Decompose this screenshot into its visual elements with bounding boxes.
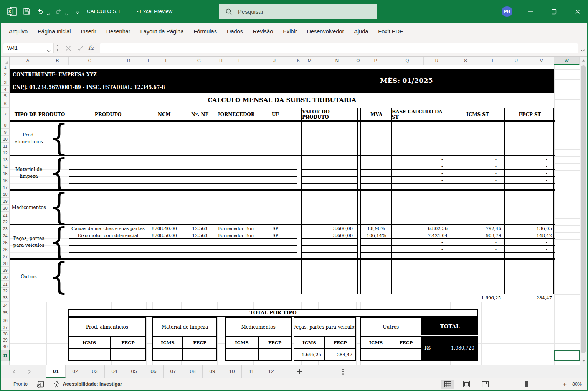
sheet-tab-01[interactable]: 01 [46, 365, 66, 378]
row-header-37[interactable]: 37 [1, 324, 10, 331]
cell[interactable]: - [505, 239, 555, 246]
cell[interactable]: - [451, 246, 505, 253]
cell[interactable] [302, 177, 357, 184]
cell[interactable]: 12.563 [182, 232, 218, 239]
row-header-10[interactable]: 10 [1, 136, 10, 143]
cell[interactable]: - [505, 287, 555, 294]
row-header-11[interactable]: 11 [1, 143, 10, 150]
cell[interactable] [361, 197, 392, 204]
totals-value-icms[interactable]: - [69, 349, 111, 360]
row-header-3[interactable]: 3 [1, 79, 10, 86]
column-header-A[interactable]: A [10, 57, 46, 65]
cell[interactable] [147, 246, 182, 253]
cell[interactable] [147, 204, 182, 211]
sheet-tab-05[interactable]: 05 [124, 365, 144, 378]
add-sheet-icon[interactable] [292, 365, 307, 378]
cell[interactable] [254, 204, 297, 211]
cell[interactable]: - [505, 266, 555, 273]
column-header-O[interactable]: O [356, 57, 360, 65]
cell[interactable] [147, 280, 182, 287]
row-header-8[interactable]: 8 [1, 122, 10, 129]
column-header-T[interactable]: T [481, 57, 504, 65]
ribbon-tab-layout-da-p-gina[interactable]: Layout da Página [135, 23, 189, 40]
cell[interactable] [218, 204, 254, 211]
cell[interactable] [182, 163, 218, 170]
row-header-5[interactable]: 5 [1, 93, 10, 99]
cell[interactable] [147, 218, 182, 225]
cell[interactable]: - [392, 266, 451, 273]
row-header-36[interactable]: 36 [1, 317, 10, 324]
cell[interactable]: Eixo motor com diferencial [69, 232, 147, 239]
sheet-tab-10[interactable]: 10 [222, 365, 242, 378]
cell[interactable]: - [505, 163, 555, 170]
cell[interactable]: - [505, 170, 555, 177]
row-header-1[interactable]: 1 [1, 65, 10, 69]
row-header-4[interactable]: 4 [1, 86, 10, 93]
row-header-23[interactable]: 23 [1, 225, 10, 232]
cell[interactable]: - [505, 177, 555, 184]
normal-view-icon[interactable] [441, 380, 454, 389]
cell[interactable] [361, 142, 392, 149]
cell[interactable] [361, 204, 392, 211]
cell[interactable]: - [451, 253, 505, 260]
row-header-34[interactable]: 34 [1, 302, 10, 309]
sheet-tab-06[interactable]: 06 [144, 365, 164, 378]
column-header-M[interactable]: M [301, 57, 318, 65]
cell[interactable]: - [451, 266, 505, 273]
cell[interactable]: - [392, 122, 451, 128]
cell[interactable] [254, 246, 297, 253]
cell[interactable] [254, 128, 297, 135]
cell[interactable] [254, 122, 297, 128]
cell[interactable] [69, 280, 147, 287]
cell[interactable]: - [505, 197, 555, 204]
cell[interactable] [69, 253, 147, 260]
cell[interactable] [218, 266, 254, 273]
sheet-tab-02[interactable]: 02 [66, 365, 85, 378]
cell[interactable] [69, 191, 147, 197]
cell[interactable] [302, 280, 357, 287]
totals-value-icms[interactable]: 1.696,25 [294, 349, 325, 360]
cell[interactable] [254, 184, 297, 191]
cell[interactable] [254, 280, 297, 287]
row-header-9[interactable]: 9 [1, 129, 10, 136]
cell[interactable] [147, 266, 182, 273]
totals-value-fecp[interactable]: - [183, 349, 216, 360]
cell[interactable]: - [451, 177, 505, 184]
cell[interactable]: 3.600,00 [302, 225, 357, 232]
save-icon[interactable] [23, 8, 30, 16]
cell[interactable] [69, 156, 147, 163]
row-header-13[interactable]: 13 [1, 156, 10, 163]
cell[interactable] [182, 287, 218, 294]
cell[interactable] [182, 156, 218, 163]
cell[interactable] [302, 204, 357, 211]
search-box[interactable]: Pesquisar [219, 4, 377, 19]
row-header-17[interactable]: 17 [1, 184, 10, 191]
cell[interactable] [182, 204, 218, 211]
cell[interactable] [302, 128, 357, 135]
vertical-scrollbar[interactable] [580, 57, 587, 365]
cell[interactable]: - [392, 184, 451, 191]
cell[interactable] [147, 170, 182, 177]
scroll-down-icon[interactable] [582, 359, 585, 362]
cell[interactable] [69, 128, 147, 135]
cell[interactable] [147, 142, 182, 149]
cell[interactable]: 148,42 [505, 232, 555, 239]
cell[interactable] [218, 142, 254, 149]
cell[interactable] [69, 142, 147, 149]
select-all-corner[interactable] [1, 57, 10, 65]
cell[interactable]: - [505, 184, 555, 191]
cell[interactable] [254, 135, 297, 142]
cell[interactable] [218, 280, 254, 287]
cell[interactable] [254, 287, 297, 294]
totals-value-icms[interactable]: - [153, 349, 183, 360]
cell[interactable] [302, 184, 357, 191]
cell[interactable] [147, 239, 182, 246]
cell[interactable]: 3.600,00 [302, 232, 357, 239]
cell[interactable] [361, 253, 392, 260]
column-header-S[interactable]: S [450, 57, 481, 65]
cell[interactable] [218, 260, 254, 266]
cell[interactable]: - [392, 128, 451, 135]
formula-bar-separator[interactable] [57, 45, 58, 51]
cell[interactable] [69, 246, 147, 253]
ribbon-tab-arquivo[interactable]: Arquivo [4, 23, 33, 40]
